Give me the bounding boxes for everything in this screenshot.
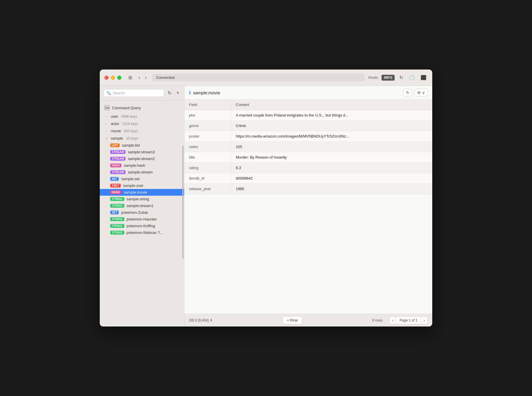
next-page-button[interactable]: › — [421, 317, 427, 324]
string-badge: STRING — [110, 197, 124, 201]
sidebar-tree: ⌨ Command Query › user 5996 keys › actor… — [100, 100, 184, 326]
chevron-right-icon: › — [106, 122, 109, 125]
sample-stream-name: sample:stream — [128, 170, 153, 174]
string-badge: STRING — [110, 204, 124, 208]
refresh-icon[interactable]: ↻ — [398, 74, 404, 81]
set-badge: SET — [110, 177, 119, 181]
sidebar-item-pokemon-koffing[interactable]: STRING pokemon-Koffing — [100, 223, 184, 229]
sidebar-item-sample-stream[interactable]: STREAM sample:stream — [100, 169, 184, 176]
pokemon-haunter-name: pokemon-Haunter — [127, 217, 157, 221]
sidebar-item-sample-list[interactable]: LIST sample:list — [100, 142, 184, 149]
sidebar-item-sample-stream1[interactable]: STRING sample:stream1 — [100, 202, 184, 209]
sample-zset-name: sample:zset — [123, 183, 143, 188]
stream-badge: STREAM — [110, 150, 125, 154]
content-cell: Crime — [231, 121, 432, 131]
page-label: Page 1 of 1 — [396, 317, 421, 324]
table-row: poster https://m.media-amazon.com/images… — [184, 131, 432, 142]
user-key-count: 5996 keys — [121, 114, 137, 119]
forward-button[interactable]: › — [143, 73, 148, 82]
actor-key-count: 1318 keys — [122, 122, 138, 126]
info-button[interactable]: INFO — [382, 75, 395, 81]
stream-badge: STREAM — [110, 157, 125, 161]
zset-badge: ZSET — [110, 184, 121, 187]
sidebar-item-sample-movie[interactable]: HASH sample:movie — [100, 189, 184, 196]
pokemon-zubat-name: pokemon-Zubat — [121, 210, 148, 215]
sidebar-item-sample-set[interactable]: SET sample:set — [100, 176, 184, 182]
content-settings-button[interactable]: ⚙ ∨ — [414, 89, 428, 96]
sidebar-item-actor[interactable]: › actor 1318 keys — [100, 120, 184, 127]
content-key-title: sample:movie — [193, 90, 220, 95]
actor-key-name: actor — [111, 121, 119, 126]
movie-key-name: movie — [111, 129, 121, 133]
sidebar-item-sample-zset[interactable]: ZSET sample:zset — [100, 182, 184, 189]
user-key-name: user — [111, 114, 118, 119]
sidebar-item-sample-stream3[interactable]: STREAM sample:stream3 — [100, 149, 184, 155]
field-column-header: Field — [184, 100, 231, 110]
add-row-button[interactable]: + Row — [282, 316, 302, 324]
field-cell: release_year — [184, 184, 231, 194]
footer-left: DB 0 (8,404) ⬍ — [189, 318, 212, 322]
sidebar-item-movie[interactable]: › movie 920 keys — [100, 127, 184, 135]
sample-key-count: 10 keys — [126, 136, 138, 140]
sample-stream3-name: sample:stream3 — [128, 150, 155, 154]
sidebar-item-sample-string[interactable]: STRING sample:string — [100, 196, 184, 202]
db-chevron-icon: ⬍ — [210, 319, 212, 322]
field-cell: title — [184, 152, 231, 163]
footer: DB 0 (8,404) ⬍ + Row 8 rows ‹ Page 1 of … — [184, 314, 432, 326]
sample-list-name: sample:list — [122, 143, 140, 147]
clock-icon[interactable]: 🕐 — [408, 74, 416, 81]
sample-hash-name: sample:hash — [124, 163, 145, 168]
sidebar-item-sample-stream2[interactable]: STREAM sample:stream2 — [100, 155, 184, 162]
field-cell: plot — [184, 110, 231, 121]
content-header-actions: ↻ ⚙ ∨ — [403, 89, 428, 96]
data-table-container: Field Content plot A married couple from… — [184, 100, 432, 314]
table-row: title Murder: By Reason of Insanity — [184, 152, 432, 163]
connection-url: Connected. — [152, 74, 365, 81]
command-query-item[interactable]: ⌨ Command Query — [100, 103, 184, 113]
refresh-sidebar-button[interactable]: ↻ — [167, 89, 173, 97]
hash-badge: HASH — [110, 164, 121, 167]
sample-movie-name: sample:movie — [124, 190, 147, 194]
close-button[interactable] — [104, 76, 108, 80]
content-cell: tt0089642 — [231, 173, 432, 184]
sample-stream1-name: sample:stream1 — [127, 204, 153, 208]
table-row: ibmdb_id tt0089642 — [184, 173, 432, 184]
sidebar-item-pokemon-nidoran[interactable]: STRING pokemon-Nidoran ?... — [100, 229, 184, 236]
pokemon-nidoran-name: pokemon-Nidoran ?... — [127, 230, 163, 235]
rows-count: 8 rows — [372, 318, 382, 322]
maximize-button[interactable] — [117, 76, 121, 80]
content-cell: A married couple from Poland emigrates t… — [231, 110, 432, 121]
sidebar-item-pokemon-zubat[interactable]: SET pokemon-Zubat — [100, 209, 184, 216]
table-row: rating 6.3 — [184, 163, 432, 173]
content-cell: 105 — [231, 142, 432, 152]
add-key-button[interactable]: + — [175, 89, 181, 97]
string-badge: STRING — [110, 224, 124, 228]
page-navigation: ‹ Page 1 of 1 › — [389, 317, 428, 324]
prev-page-button[interactable]: ‹ — [390, 317, 396, 324]
table-row: votes 105 — [184, 142, 432, 152]
sidebar-item-pokemon-haunter[interactable]: STRING pokemon-Haunter — [100, 216, 184, 223]
command-query-label: Command Query — [112, 106, 141, 110]
content-cell: https://m.media-amazon.com/images/M/MV5B… — [231, 131, 432, 142]
sidebar-toolbar: 🔍 Search ↻ + — [100, 86, 184, 100]
back-button[interactable]: ‹ — [137, 73, 142, 82]
set-badge: SET — [110, 211, 119, 214]
main-window: ⊞ ‹ › Connected. Redis INFO ↻ 🕐 ⬛ 🔍 Sear… — [100, 70, 432, 326]
sidebar-tree-container: ⌨ Command Query › user 5996 keys › actor… — [100, 100, 184, 326]
sidebar-item-sample-hash[interactable]: HASH sample:hash — [100, 162, 184, 169]
search-box[interactable]: 🔍 Search — [103, 89, 164, 97]
gear-icon: ⚙ — [417, 90, 421, 95]
field-cell: rating — [184, 163, 231, 173]
sidebar-toggle-button[interactable]: ⊞ — [127, 74, 133, 81]
sample-string-name: sample:string — [127, 197, 149, 201]
terminal-icon[interactable]: ⬛ — [419, 74, 428, 81]
table-row: plot A married couple from Poland emigra… — [184, 110, 432, 121]
minimize-button[interactable] — [111, 76, 115, 80]
sidebar-item-sample[interactable]: ∨ sample 10 keys — [100, 135, 184, 142]
titlebar-right: Redis INFO ↻ 🕐 ⬛ — [368, 74, 428, 81]
sidebar-item-user[interactable]: › user 5996 keys — [100, 113, 184, 120]
list-badge: LIST — [110, 143, 120, 147]
content-refresh-button[interactable]: ↻ — [403, 89, 412, 96]
data-table: Field Content plot A married couple from… — [184, 100, 432, 194]
chevron-right-icon: › — [106, 129, 109, 133]
